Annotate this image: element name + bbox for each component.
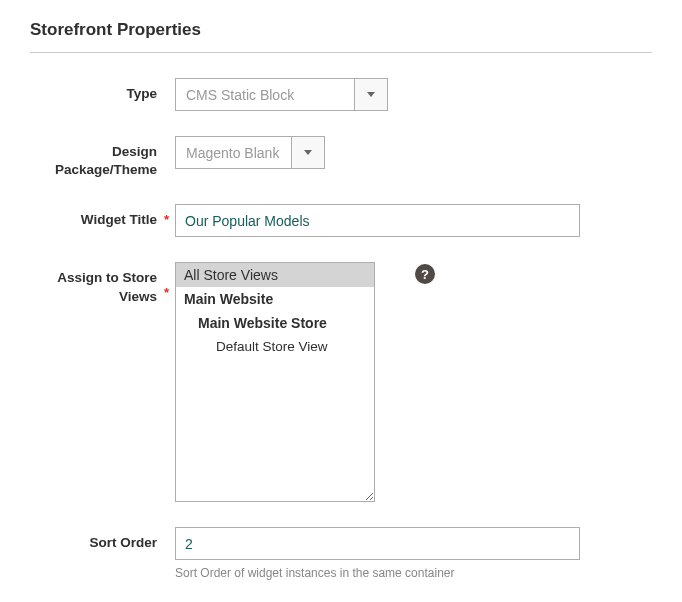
store-views-multiselect[interactable]: All Store Views Main Website Main Websit…	[175, 262, 375, 502]
store-option-all[interactable]: All Store Views	[176, 263, 374, 287]
label-assign: Assign to Store Views *	[30, 262, 175, 305]
row-assign: Assign to Store Views * All Store Views …	[30, 262, 652, 502]
field-assign: All Store Views Main Website Main Websit…	[175, 262, 652, 502]
store-option-store[interactable]: Main Website Store	[176, 311, 374, 335]
sort-order-input[interactable]	[175, 527, 580, 560]
row-widget-title: Widget Title *	[30, 204, 652, 237]
row-type: Type CMS Static Block	[30, 78, 652, 111]
label-widget-title: Widget Title *	[30, 204, 175, 229]
design-select-value: Magento Blank	[176, 137, 291, 168]
chevron-down-icon	[291, 137, 324, 168]
field-widget-title	[175, 204, 652, 237]
type-select: CMS Static Block	[175, 78, 388, 111]
label-sort-order: Sort Order	[30, 527, 175, 552]
label-sort-order-text: Sort Order	[89, 535, 157, 550]
design-select: Magento Blank	[175, 136, 325, 169]
store-option-website[interactable]: Main Website	[176, 287, 374, 311]
type-select-value: CMS Static Block	[176, 79, 354, 110]
store-option-view[interactable]: Default Store View	[176, 335, 374, 358]
label-assign-text: Assign to Store Views	[57, 270, 157, 303]
help-icon[interactable]: ?	[415, 264, 435, 284]
row-sort-order: Sort Order Sort Order of widget instance…	[30, 527, 652, 580]
chevron-down-icon	[354, 79, 387, 110]
label-widget-title-text: Widget Title	[81, 212, 157, 227]
section-title: Storefront Properties	[30, 20, 652, 53]
label-design-text: Design Package/Theme	[55, 144, 157, 177]
field-sort-order: Sort Order of widget instances in the sa…	[175, 527, 652, 580]
field-design: Magento Blank	[175, 136, 652, 169]
label-type: Type	[30, 78, 175, 103]
required-asterisk: *	[164, 284, 169, 302]
field-type: CMS Static Block	[175, 78, 652, 111]
label-type-text: Type	[126, 86, 157, 101]
label-design: Design Package/Theme	[30, 136, 175, 179]
sort-order-hint: Sort Order of widget instances in the sa…	[175, 566, 652, 580]
widget-title-input[interactable]	[175, 204, 580, 237]
row-design: Design Package/Theme Magento Blank	[30, 136, 652, 179]
required-asterisk: *	[164, 211, 169, 229]
